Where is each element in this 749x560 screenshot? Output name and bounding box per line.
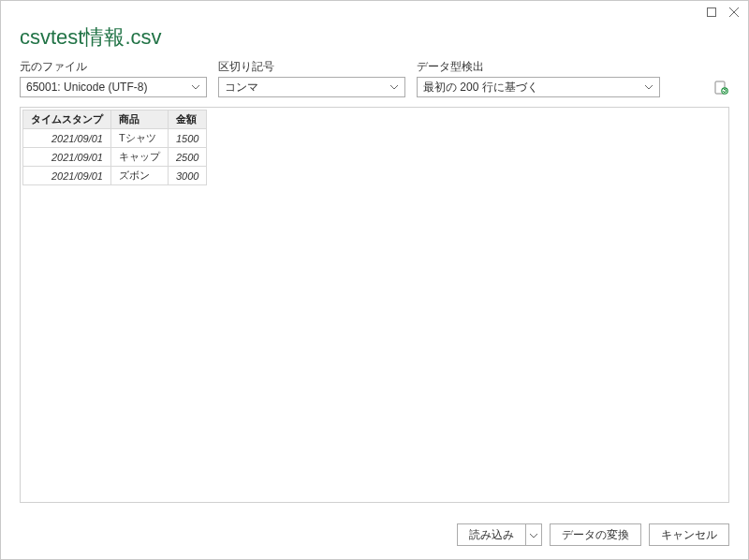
maximize-button[interactable] [703, 5, 720, 20]
table-row: 2021/09/01 Tシャツ 1500 [23, 129, 207, 148]
table-header-row: タイムスタンプ 商品 金額 [23, 111, 207, 129]
chevron-down-icon [642, 85, 655, 90]
cell-timestamp: 2021/09/01 [23, 129, 111, 148]
detection-dropdown[interactable]: 最初の 200 行に基づく [417, 77, 660, 97]
titlebar [1, 1, 748, 23]
header: csvtest情報.csv [1, 23, 748, 59]
preview-table: タイムスタンプ 商品 金額 2021/09/01 Tシャツ 1500 2021/… [22, 110, 207, 185]
controls-row: 元のファイル 65001: Unicode (UTF-8) 区切り記号 コンマ … [1, 59, 748, 107]
detection-value: 最初の 200 行に基づく [423, 80, 538, 96]
delimiter-dropdown[interactable]: コンマ [218, 77, 405, 97]
table-row: 2021/09/01 ズボン 3000 [23, 167, 207, 185]
delimiter-group: 区切り記号 コンマ [218, 59, 405, 97]
cell-amount: 3000 [169, 167, 207, 185]
transform-button-label: データの変換 [562, 527, 629, 543]
cancel-button[interactable]: キャンセル [649, 523, 729, 546]
load-dropdown-button[interactable] [525, 523, 542, 546]
chevron-down-icon [530, 528, 537, 541]
chevron-down-icon [388, 85, 401, 90]
dialog-window: csvtest情報.csv 元のファイル 65001: Unicode (UTF… [0, 0, 749, 560]
detection-group: データ型検出 最初の 200 行に基づく [417, 59, 660, 97]
close-button[interactable] [726, 5, 742, 20]
dialog-title: csvtest情報.csv [20, 23, 729, 52]
col-timestamp: タイムスタンプ [23, 111, 111, 129]
delimiter-value: コンマ [225, 80, 258, 96]
cell-timestamp: 2021/09/01 [23, 148, 111, 167]
cell-amount: 1500 [169, 129, 207, 148]
load-button[interactable]: 読み込み [457, 523, 525, 546]
cell-product: キャップ [111, 148, 169, 167]
transform-button[interactable]: データの変換 [550, 523, 641, 546]
file-origin-label: 元のファイル [20, 59, 207, 75]
preview-area[interactable]: タイムスタンプ 商品 金額 2021/09/01 Tシャツ 1500 2021/… [20, 107, 729, 503]
refresh-area [714, 81, 729, 97]
footer: 読み込み データの変換 キャンセル [1, 514, 748, 559]
cell-timestamp: 2021/09/01 [23, 167, 111, 185]
chevron-down-icon [189, 85, 202, 90]
file-origin-group: 元のファイル 65001: Unicode (UTF-8) [20, 59, 207, 97]
cell-product: Tシャツ [111, 129, 169, 148]
file-origin-dropdown[interactable]: 65001: Unicode (UTF-8) [20, 77, 207, 97]
table-row: 2021/09/01 キャップ 2500 [23, 148, 207, 167]
load-button-label: 読み込み [469, 527, 514, 543]
col-amount: 金額 [169, 111, 207, 129]
delimiter-label: 区切り記号 [218, 59, 405, 75]
cell-amount: 2500 [169, 148, 207, 167]
file-origin-value: 65001: Unicode (UTF-8) [26, 81, 147, 94]
detection-label: データ型検出 [417, 59, 660, 75]
refresh-icon[interactable] [714, 81, 729, 96]
cell-product: ズボン [111, 167, 169, 185]
svg-rect-0 [708, 8, 716, 17]
load-split-button: 読み込み [457, 523, 542, 546]
cancel-button-label: キャンセル [661, 527, 717, 543]
col-product: 商品 [111, 111, 169, 129]
